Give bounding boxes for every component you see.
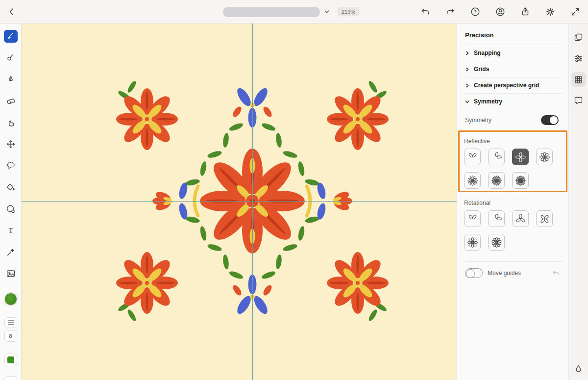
share-button[interactable] xyxy=(517,4,533,20)
section-label: Snapping xyxy=(474,50,501,56)
live-brush-tool[interactable] xyxy=(4,51,18,64)
canvas-artwork xyxy=(22,24,457,380)
comments-button[interactable] xyxy=(571,93,586,108)
redo-button[interactable] xyxy=(442,4,458,20)
color-swatch-button[interactable] xyxy=(4,354,17,366)
rotational-2-button[interactable] xyxy=(464,210,481,227)
reflective-radial-button[interactable] xyxy=(512,172,529,189)
reflective-options xyxy=(457,149,568,189)
divider xyxy=(465,284,563,284)
move-arrows-icon xyxy=(5,139,16,150)
smudge-tool[interactable] xyxy=(4,116,18,129)
rotational-4-button[interactable] xyxy=(536,210,553,227)
account-button[interactable] xyxy=(492,4,508,20)
back-icon xyxy=(6,6,17,17)
rotational-3-icon xyxy=(515,214,526,224)
paint-brush-icon xyxy=(5,31,16,42)
reflective-2-axis-icon xyxy=(467,152,478,162)
rotational-2-icon xyxy=(467,214,478,224)
place-image-tool[interactable] xyxy=(4,267,18,280)
app-window: 219% ? xyxy=(0,0,588,380)
vector-brush-tool[interactable] xyxy=(4,73,18,86)
document-title-group: 219% xyxy=(223,0,359,24)
pixel-brush-tool[interactable] xyxy=(4,30,18,43)
reflective-16-icon xyxy=(491,176,502,186)
drawing-canvas[interactable] xyxy=(22,24,457,380)
layers-button[interactable] xyxy=(571,30,586,45)
precision-panel: Precision Snapping Grids Create perspect… xyxy=(457,24,568,380)
redo-icon xyxy=(445,6,456,17)
ellipse-shape-icon xyxy=(5,203,16,214)
rotational-10-button[interactable] xyxy=(488,234,505,251)
reflective-2-diagonal-button[interactable] xyxy=(488,149,505,165)
back-button[interactable] xyxy=(4,4,20,20)
layers-icon xyxy=(573,32,584,43)
chevron-right-icon xyxy=(465,51,469,55)
undo-icon xyxy=(420,6,431,17)
left-toolbar: T 8 xyxy=(0,24,22,380)
reflective-12-button[interactable] xyxy=(464,172,481,189)
chevron-down-icon xyxy=(465,100,469,104)
round-brush-icon xyxy=(5,52,16,63)
lasso-tool[interactable] xyxy=(4,159,18,172)
topbar: 219% ? xyxy=(0,0,588,24)
gear-icon xyxy=(545,6,556,17)
rotational-2-diagonal-button[interactable] xyxy=(488,210,505,227)
section-symmetry[interactable]: Symmetry xyxy=(457,94,568,109)
rotational-2-diagonal-icon xyxy=(491,214,502,224)
symmetry-toggle[interactable] xyxy=(541,115,559,125)
chevron-down-icon[interactable] xyxy=(323,8,331,16)
move-guides-toggle[interactable] xyxy=(465,268,483,278)
undo-button[interactable] xyxy=(417,4,433,20)
share-icon xyxy=(520,6,531,17)
image-icon xyxy=(5,268,16,279)
chevron-right-icon xyxy=(465,83,469,88)
green-swatch xyxy=(7,356,14,363)
smoothing-button[interactable] xyxy=(4,376,17,380)
reflective-2-axis-button[interactable] xyxy=(464,149,481,165)
properties-button[interactable] xyxy=(571,51,586,66)
pen-nib-icon xyxy=(5,74,16,85)
section-perspective-grid[interactable]: Create perspective grid xyxy=(457,77,568,93)
reset-guides-button[interactable] xyxy=(551,268,561,278)
reflective-8-button[interactable] xyxy=(536,149,553,165)
move-guides-label: Move guides xyxy=(488,270,521,277)
active-color-indicator[interactable] xyxy=(4,293,17,305)
account-icon xyxy=(495,6,506,17)
eyedropper-tool[interactable] xyxy=(4,246,18,258)
settings-button[interactable] xyxy=(542,4,558,20)
eraser-tool[interactable] xyxy=(4,95,18,107)
paint-drop-button[interactable] xyxy=(571,361,586,376)
precision-button[interactable] xyxy=(571,72,586,87)
section-grids[interactable]: Grids xyxy=(457,61,568,77)
reflective-8-icon xyxy=(539,152,550,162)
smudge-finger-icon xyxy=(5,117,16,128)
section-label: Create perspective grid xyxy=(474,82,539,89)
brush-size-field[interactable]: 8 xyxy=(4,330,17,342)
help-icon: ? xyxy=(470,6,481,17)
section-snapping[interactable]: Snapping xyxy=(457,45,568,61)
right-rail xyxy=(568,24,588,380)
move-guides-row: Move guides xyxy=(457,262,568,284)
symmetry-toggle-label: Symmetry xyxy=(465,117,491,124)
brush-settings-card[interactable] xyxy=(4,317,17,328)
svg-text:T: T xyxy=(8,227,13,234)
transform-tool[interactable] xyxy=(4,138,18,151)
rotational-8-button[interactable] xyxy=(464,234,481,251)
reflective-4-axis-button[interactable] xyxy=(512,149,529,165)
document-title-field[interactable] xyxy=(223,7,320,17)
rotational-8-icon xyxy=(467,237,478,248)
fill-tool[interactable] xyxy=(4,181,18,194)
eyedropper-icon xyxy=(5,247,16,257)
reflective-12-icon xyxy=(467,176,478,186)
shape-tool[interactable] xyxy=(4,203,18,215)
text-tool[interactable]: T xyxy=(4,224,18,237)
help-button[interactable]: ? xyxy=(467,4,483,20)
reflective-16-button[interactable] xyxy=(488,172,505,189)
rotational-10-icon xyxy=(491,237,502,248)
fullscreen-button[interactable] xyxy=(567,4,583,20)
rotational-3-button[interactable] xyxy=(512,210,529,227)
reflective-2-diagonal-icon xyxy=(491,152,502,162)
topbar-actions: ? xyxy=(417,4,583,20)
grid-icon xyxy=(573,75,584,85)
